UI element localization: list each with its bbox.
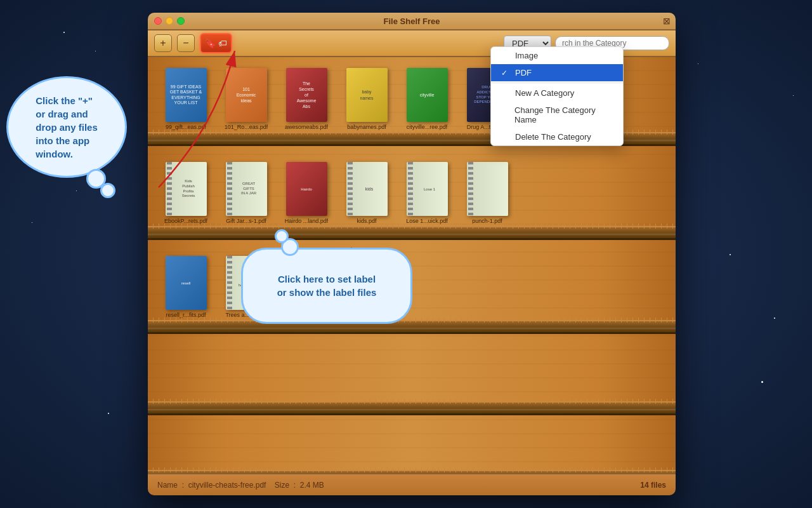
list-item[interactable]: Lose 1 Lose 1...uick.pdf bbox=[402, 162, 452, 224]
add-button[interactable]: + bbox=[154, 34, 172, 52]
shelf-row-3: resell resell_r...fits.pdf TREEShow to p… bbox=[148, 245, 676, 334]
shelf-row-4 bbox=[148, 339, 676, 415]
book-cover: GREATGIFTSIN A JAR bbox=[226, 162, 267, 216]
list-item[interactable]: 101EconomicIdeas 101_Ro...eas.pdf bbox=[221, 68, 272, 130]
cloud-bubble-left: Click the "+" or drag and drop any files… bbox=[6, 76, 127, 178]
book-cover: kids bbox=[346, 162, 388, 216]
book-cover: cityville bbox=[407, 68, 448, 122]
remove-button[interactable]: − bbox=[177, 34, 195, 52]
spiral-decoration bbox=[227, 256, 232, 310]
list-item[interactable]: cityville cityville...ree.pdf bbox=[402, 68, 452, 130]
shelf-scallop bbox=[148, 318, 676, 323]
shelf-books-2: KidsPublishProfitsSecrets EbookP...rets.… bbox=[148, 151, 676, 224]
shelf-books-3: resell resell_r...fits.pdf TREEShow to p… bbox=[148, 245, 676, 318]
list-item[interactable]: KidsPublishProfitsSecrets EbookP...rets.… bbox=[160, 162, 211, 224]
expand-icon[interactable]: ⊠ bbox=[663, 16, 671, 26]
menu-item-change-category[interactable]: Change The Category Name bbox=[491, 102, 623, 128]
shelf-board-2 bbox=[148, 226, 676, 240]
shelf-scallop bbox=[148, 224, 676, 229]
spiral-decoration bbox=[468, 162, 473, 216]
list-item[interactable]: resell resell_r...fits.pdf bbox=[160, 256, 211, 318]
book-cover: 99 GIFT IDEASGET BASKET &EVERYTHINGYOUR … bbox=[166, 68, 207, 122]
list-item[interactable]: TREEShow to plant Trees a...em.pdf bbox=[221, 256, 272, 318]
book-cover: babynames bbox=[346, 68, 388, 122]
list-item[interactable]: TheSecretsofAwesomeAbs awesomeabs.pdf bbox=[281, 68, 332, 130]
shelf-row-2: KidsPublishProfitsSecrets EbookP...rets.… bbox=[148, 151, 676, 240]
book-cover: KidsPublishProfitsSecrets bbox=[166, 162, 207, 216]
list-item[interactable]: Hairdo Hairdo ...land.pdf bbox=[281, 162, 332, 224]
title-bar: File Shelf Free ⊠ bbox=[148, 13, 676, 30]
book-cover: Hairdo bbox=[286, 162, 327, 216]
list-item[interactable]: punch-1.pdf bbox=[462, 162, 513, 224]
shelf-board-4 bbox=[148, 401, 676, 415]
bookmark-label-icon: 🏷 bbox=[218, 38, 227, 48]
traffic-lights bbox=[154, 17, 185, 25]
shelf-scallop bbox=[148, 399, 676, 404]
menu-item-delete-category[interactable]: Delete The Category bbox=[491, 128, 623, 145]
status-bar: Name : cityville-cheats-free.pdf Size : … bbox=[148, 473, 676, 495]
bookmark-icon: 🔖 bbox=[205, 38, 216, 48]
shelf-board-3 bbox=[148, 320, 676, 334]
list-item[interactable]: GREATGIFTSIN A JAR Gift Jar...s-1.pdf bbox=[221, 162, 272, 224]
shelf-scallop bbox=[148, 467, 676, 472]
shelf-row-5 bbox=[148, 420, 676, 473]
book-cover: TheSecretsofAwesomeAbs bbox=[286, 68, 327, 122]
app-window: File Shelf Free ⊠ + − 🔖 🏷 PDF Image 99 G… bbox=[148, 13, 676, 495]
book-cover: resell bbox=[166, 256, 207, 310]
minimize-button[interactable] bbox=[166, 17, 173, 25]
maximize-button[interactable] bbox=[177, 17, 185, 25]
menu-item-new-category[interactable]: New A Category bbox=[491, 84, 623, 102]
check-icon: ✓ bbox=[501, 69, 510, 77]
list-item[interactable]: babynames babynames.pdf bbox=[341, 68, 392, 130]
list-item[interactable]: 99 GIFT IDEASGET BASKET &EVERYTHINGYOUR … bbox=[160, 68, 211, 130]
list-item[interactable]: kids kids.pdf bbox=[341, 162, 392, 224]
book-cover: TREEShow to plant bbox=[226, 256, 267, 310]
spiral-decoration bbox=[408, 162, 413, 216]
annotation-left-text: Click the "+" or drag and drop any files… bbox=[36, 94, 98, 161]
close-button[interactable] bbox=[154, 17, 162, 25]
spiral-decoration bbox=[227, 162, 232, 216]
bookmark-group[interactable]: 🔖 🏷 bbox=[200, 33, 232, 53]
book-cover bbox=[467, 162, 508, 216]
status-name: Name : cityville-cheats-free.pdf Size : … bbox=[157, 481, 324, 490]
annotation-left: Click the "+" or drag and drop any files… bbox=[6, 76, 133, 178]
menu-item-pdf[interactable]: ✓ PDF bbox=[491, 64, 623, 81]
book-cover: Lose 1 bbox=[407, 162, 448, 216]
spiral-decoration bbox=[167, 162, 172, 216]
dropdown-menu: Image ✓ PDF New A Category Change The Ca… bbox=[490, 46, 624, 146]
status-count: 14 files bbox=[640, 481, 666, 490]
book-cover: 101EconomicIdeas bbox=[226, 68, 267, 122]
spiral-decoration bbox=[348, 162, 353, 216]
menu-separator bbox=[491, 83, 623, 83]
menu-item-image[interactable]: Image bbox=[491, 47, 623, 64]
window-title: File Shelf Free bbox=[384, 17, 440, 26]
